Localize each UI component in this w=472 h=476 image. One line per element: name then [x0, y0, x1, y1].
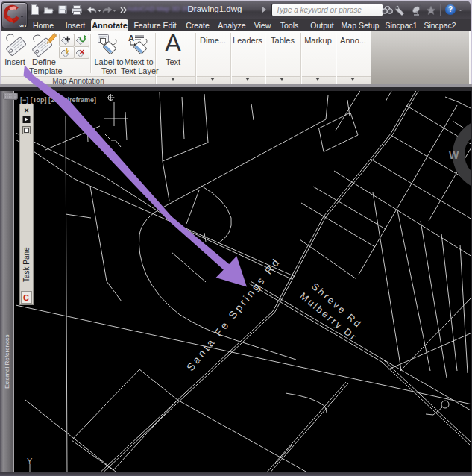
svg-text:W: W: [449, 149, 459, 161]
svg-text:Task Pane: Task Pane: [22, 247, 31, 282]
svg-text:External References: External References: [4, 335, 10, 389]
svg-text:✕: ✕: [24, 107, 29, 114]
svg-text:C: C: [23, 293, 29, 302]
